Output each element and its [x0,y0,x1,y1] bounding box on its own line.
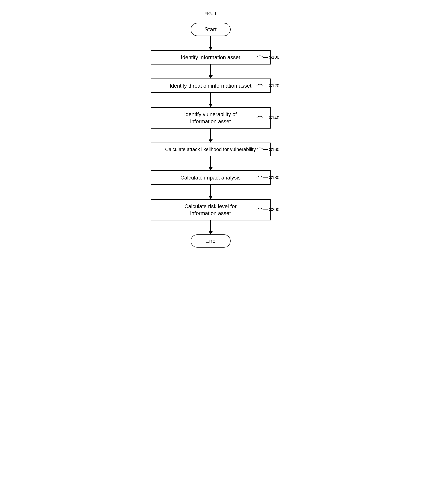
figure-title: FIG. 1 [205,11,217,16]
arrow-5 [209,156,213,170]
s200-wrapper: Calculate risk level for information ass… [137,199,284,220]
end-wrapper: End [137,234,284,247]
arrow-line [210,185,211,196]
s180-wrapper: Calculate impact analysis S180 [137,170,284,185]
arrow-head [209,75,213,78]
s100-box: Identify information asset [151,50,271,65]
s140-wrapper: Identify vulnerability of information as… [137,107,284,128]
s120-code: S120 [269,83,280,88]
arrow-head [209,104,213,107]
arrow-4 [209,129,213,143]
s160-label: S160 [257,146,280,153]
s100-code: S100 [269,55,280,60]
s180-connector-svg [257,174,268,181]
arrow-head [209,196,213,199]
s100-connector-svg [257,54,268,61]
s160-wrapper: Calculate attack likelihood for vulnerab… [137,143,284,156]
s200-code: S200 [269,207,280,212]
start-box: Start [191,23,231,36]
s120-box: Identify threat on information asset [151,78,271,93]
s100-label: S100 [257,54,280,61]
s120-wrapper: Identify threat on information asset S12… [137,78,284,93]
arrow-line [210,36,211,47]
arrow-head [209,167,213,170]
end-box: End [191,234,231,247]
page-container: FIG. 1 Start Identify information asset … [133,5,288,254]
arrow-head [209,139,213,143]
s140-code: S140 [269,115,280,120]
arrow-line [210,65,211,76]
s180-code: S180 [269,175,280,180]
s140-box: Identify vulnerability of information as… [151,107,271,128]
arrow-head [209,47,213,50]
arrow-line [210,93,211,104]
flowchart: Start Identify information asset S100 [137,23,284,247]
arrow-1 [209,36,213,50]
s120-label: S120 [257,83,280,89]
start-wrapper: Start [137,23,284,36]
arrow-line [210,129,211,140]
s160-connector-svg [257,146,268,153]
s180-box: Calculate impact analysis [151,170,271,185]
arrow-line [210,156,211,168]
arrow-6 [209,185,213,199]
arrow-3 [209,93,213,107]
s200-label: S200 [257,206,280,213]
arrow-2 [209,65,213,78]
s200-box: Calculate risk level for information ass… [151,199,271,220]
s160-code: S160 [269,147,280,152]
arrow-head [209,231,213,234]
s100-wrapper: Identify information asset S100 [137,50,284,65]
s140-connector-svg [257,114,268,121]
s120-connector-svg [257,83,268,89]
arrow-line [210,220,211,232]
s180-label: S180 [257,174,280,181]
s200-connector-svg [257,206,268,213]
arrow-7 [209,220,213,234]
s140-label: S140 [257,114,280,121]
s160-box: Calculate attack likelihood for vulnerab… [151,143,271,156]
